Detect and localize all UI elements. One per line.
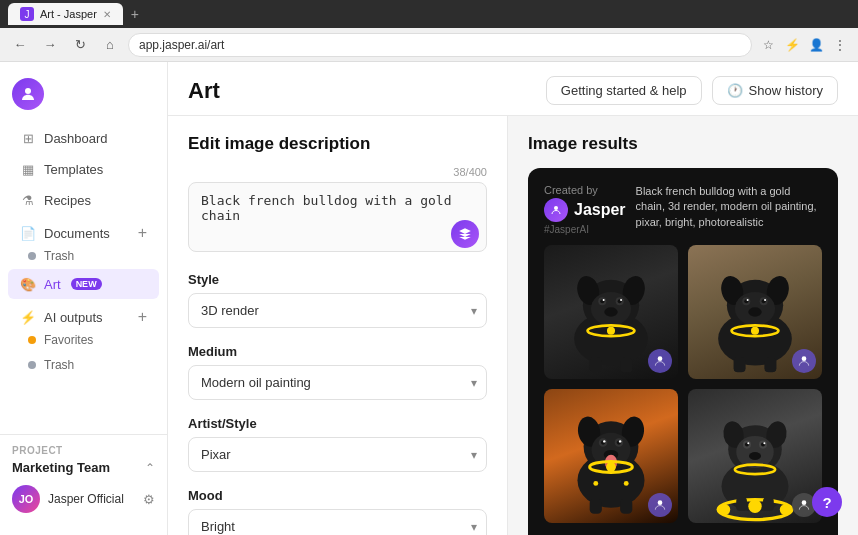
project-selector[interactable]: Marketing Team ⌃ [12, 460, 155, 475]
tab-close-btn[interactable]: ✕ [103, 9, 111, 20]
sidebar-item-label: Dashboard [44, 131, 108, 146]
image-description-text: Black french bulldog with a gold chain, … [626, 184, 822, 230]
created-by-label: Created by [544, 184, 626, 196]
svg-point-66 [747, 442, 749, 444]
svg-rect-52 [590, 499, 602, 514]
svg-rect-17 [620, 358, 632, 373]
address-text: app.jasper.ai/art [139, 38, 224, 52]
image-card[interactable] [688, 389, 822, 523]
svg-point-72 [748, 500, 761, 513]
sidebar-item-dashboard[interactable]: ⊞ Dashboard [8, 123, 159, 153]
help-fab-button[interactable]: ? [812, 487, 842, 517]
sidebar-item-label: Templates [44, 162, 103, 177]
sidebar-item-trash2[interactable]: Trash [8, 353, 159, 377]
svg-rect-75 [763, 498, 774, 511]
jasper-avatar [544, 198, 568, 222]
svg-point-54 [593, 481, 598, 486]
chevron-down-icon: ⌃ [145, 461, 155, 475]
sidebar-item-label: Recipes [44, 193, 91, 208]
show-history-button[interactable]: 🕐 Show history [712, 76, 838, 105]
svg-point-32 [751, 327, 759, 335]
image-placeholder-4 [688, 389, 822, 523]
address-bar[interactable]: app.jasper.ai/art [128, 33, 752, 57]
page-title: Art [188, 78, 220, 104]
documents-add-button[interactable]: + [138, 225, 147, 241]
profile-icon[interactable]: 👤 [806, 35, 826, 55]
results-container: Created by Jasper #JasperAI Black french… [528, 168, 838, 535]
images-grid [544, 245, 822, 523]
svg-rect-74 [736, 498, 747, 511]
mood-form-group: Mood Bright Dark Moody ▾ [188, 488, 487, 535]
svg-point-0 [25, 88, 31, 94]
created-by-row: Created by Jasper #JasperAI Black french… [544, 184, 822, 235]
svg-point-29 [764, 299, 766, 301]
medium-label: Medium [188, 344, 487, 359]
documents-section-header: 📄 Documents + [8, 219, 159, 243]
image-emoji-2 [792, 349, 816, 373]
svg-rect-53 [620, 499, 632, 514]
svg-point-71 [780, 504, 791, 515]
image-card[interactable] [688, 245, 822, 379]
main-content: Art Getting started & help 🕐 Show histor… [168, 62, 858, 535]
svg-point-76 [802, 500, 807, 505]
sidebar-item-ai-outputs[interactable]: ⚡ AI outputs [20, 309, 138, 325]
sidebar-item-recipes[interactable]: ⚗ Recipes [8, 185, 159, 215]
results-panel: Image results Created by Jasper #JasperA [508, 116, 858, 535]
ai-outputs-add-button[interactable]: + [138, 309, 147, 325]
bookmark-icon[interactable]: ☆ [758, 35, 778, 55]
getting-started-button[interactable]: Getting started & help [546, 76, 702, 105]
style-select[interactable]: 3D render Realistic Cartoon [188, 293, 487, 328]
art-new-badge: NEW [71, 278, 102, 290]
home-button[interactable]: ⌂ [98, 33, 122, 57]
artist-select[interactable]: Pixar Disney Studio Ghibli [188, 437, 487, 472]
sidebar-item-favorites[interactable]: Favorites [8, 328, 159, 352]
forward-button[interactable]: → [38, 33, 62, 57]
description-textarea-wrapper [188, 182, 487, 256]
medium-select[interactable]: Modern oil painting Watercolor Digital a… [188, 365, 487, 400]
description-textarea[interactable] [188, 182, 487, 252]
extensions-icon[interactable]: ⚡ [782, 35, 802, 55]
sidebar-item-label: Art [44, 277, 61, 292]
sidebar-item-documents[interactable]: 📄 Documents [20, 225, 138, 241]
trash2-dot-icon [28, 361, 36, 369]
image-placeholder-2 [688, 245, 822, 379]
jasper-hashtag: #JasperAI [544, 224, 626, 235]
svg-point-51 [606, 462, 616, 472]
image-emoji-3 [648, 493, 672, 517]
svg-point-61 [736, 436, 774, 468]
recipes-icon: ⚗ [20, 192, 36, 208]
favorites-dot-icon [28, 336, 36, 344]
menu-icon[interactable]: ⋮ [830, 35, 850, 55]
sidebar-item-trash[interactable]: Trash [8, 244, 159, 268]
svg-point-67 [763, 442, 765, 444]
edit-panel: Edit image description 38/400 Style 3D r… [168, 116, 508, 535]
browser-chrome: J Art - Jasper ✕ + ← → ↻ ⌂ app.jasper.ai… [0, 0, 858, 62]
image-emoji-1 [648, 349, 672, 373]
app-container: ⊞ Dashboard ▦ Templates ⚗ Recipes 📄 Docu… [0, 62, 858, 535]
svg-point-12 [620, 299, 622, 301]
mood-label: Mood [188, 488, 487, 503]
style-form-group: Style 3D render Realistic Cartoon ▾ [188, 272, 487, 328]
svg-point-46 [619, 440, 621, 442]
main-header: Art Getting started & help 🕐 Show histor… [168, 62, 858, 116]
sidebar-item-label: Trash [44, 249, 74, 263]
edit-panel-title: Edit image description [188, 134, 487, 154]
image-card[interactable] [544, 389, 678, 523]
image-placeholder-3 [544, 389, 678, 523]
active-tab[interactable]: J Art - Jasper ✕ [8, 3, 123, 25]
image-card[interactable] [544, 245, 678, 379]
style-select-wrapper: 3D render Realistic Cartoon ▾ [188, 293, 487, 328]
back-button[interactable]: ← [8, 33, 32, 57]
content-body: Edit image description 38/400 Style 3D r… [168, 116, 858, 535]
new-tab-button[interactable]: + [131, 6, 139, 22]
settings-icon[interactable]: ⚙ [143, 492, 155, 507]
svg-point-68 [749, 452, 761, 460]
sidebar-item-templates[interactable]: ▦ Templates [8, 154, 159, 184]
project-name: Marketing Team [12, 460, 110, 475]
mood-select[interactable]: Bright Dark Moody [188, 509, 487, 535]
refresh-button[interactable]: ↻ [68, 33, 92, 57]
jasper-ai-button[interactable] [451, 220, 479, 248]
sidebar-logo [0, 74, 167, 122]
sidebar-item-art[interactable]: 🎨 Art NEW [8, 269, 159, 299]
svg-point-1 [554, 206, 558, 210]
